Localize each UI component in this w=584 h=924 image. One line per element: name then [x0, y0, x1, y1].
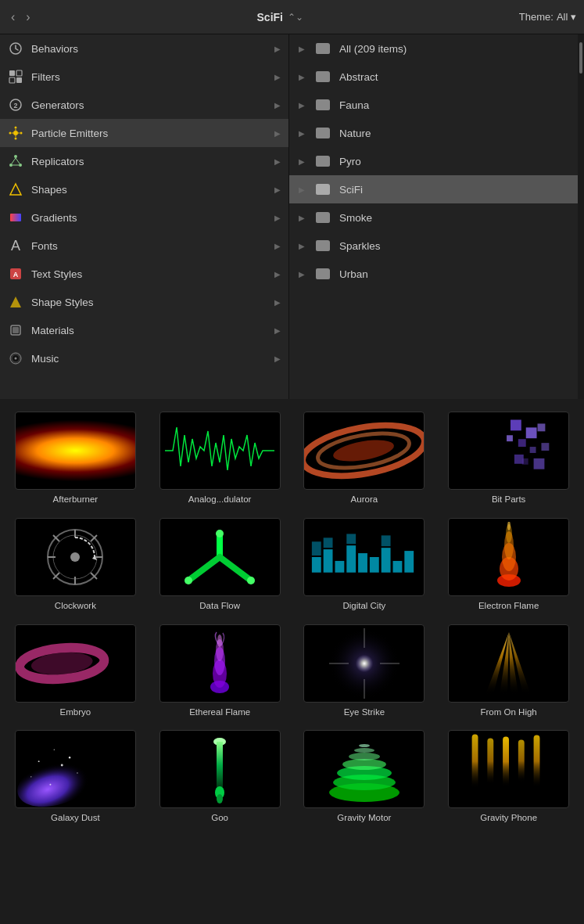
grid-item-gravity-motor[interactable]: Gravity Motor [292, 724, 437, 830]
thumb-clockwork [15, 518, 136, 596]
svg-point-98 [16, 745, 106, 809]
category-urban[interactable]: ▶ Urban [289, 260, 578, 288]
grid-item-galaxy-dust[interactable]: Galaxy Dust [3, 724, 148, 830]
behaviors-label: Behaviors [31, 43, 267, 55]
particle-emitters-label: Particle Emitters [31, 128, 267, 139]
svg-point-100 [53, 750, 55, 751]
right-split: ▶ All (209 items) ▶ Abstract ▶ Fauna ▶ N… [289, 34, 584, 399]
label-from-on-high: From On High [481, 707, 537, 718]
svg-rect-66 [347, 545, 356, 573]
category-sparkles[interactable]: ▶ Sparkles [289, 232, 578, 260]
window-title: SciFi [257, 11, 283, 23]
svg-rect-74 [347, 534, 356, 544]
svg-point-18 [19, 164, 22, 167]
grid-item-bit-parts[interactable]: Bit Parts [436, 405, 581, 512]
grid-item-from-on-high[interactable]: From On High [436, 618, 581, 724]
thumb-embryo [15, 624, 136, 703]
category-all[interactable]: ▶ All (209 items) [289, 34, 578, 63]
grid-item-eye-strike[interactable]: Eye Strike [292, 618, 437, 724]
filters-arrow: ▶ [274, 73, 281, 81]
folder-all-icon [316, 43, 330, 54]
smoke-expand-arrow: ▶ [299, 214, 305, 222]
fonts-label: Fonts [31, 240, 267, 252]
thumb-gravity-motor [303, 730, 425, 808]
category-smoke-label: Smoke [339, 212, 372, 224]
label-analog-modulator: Analog...dulator [188, 494, 252, 505]
category-pyro-label: Pyro [339, 156, 361, 167]
text-styles-label: Text Styles [31, 268, 267, 280]
grid-item-gravity-phone[interactable]: Gravity Phone [436, 724, 581, 830]
sidebar-item-generators[interactable]: 2 Generators ▶ [0, 91, 288, 119]
materials-label: Materials [31, 325, 267, 336]
svg-rect-2 [16, 70, 22, 76]
thumb-galaxy-dust [15, 730, 136, 808]
gradients-icon [8, 210, 23, 225]
thumb-analog-modulator [159, 412, 281, 490]
label-galaxy-dust: Galaxy Dust [51, 813, 100, 824]
svg-rect-71 [405, 551, 414, 573]
sidebar-item-shapes[interactable]: Shapes ▶ [0, 175, 288, 203]
label-digital-city: Digital City [342, 601, 385, 612]
svg-rect-118 [487, 739, 493, 785]
svg-rect-73 [324, 538, 333, 548]
grid-item-clockwork[interactable]: Clockwork [3, 512, 148, 618]
grid-item-electron-flame[interactable]: Electron Flame [436, 512, 581, 618]
gradients-label: Gradients [31, 212, 267, 224]
grid-item-digital-city[interactable]: Digital City [292, 512, 437, 618]
category-fauna[interactable]: ▶ Fauna [289, 91, 578, 119]
thumb-eye-strike [303, 624, 425, 703]
title-sort-icon[interactable]: ⌃⌄ [288, 12, 303, 23]
sidebar-item-replicators[interactable]: Replicators ▶ [0, 147, 288, 175]
materials-icon [8, 322, 23, 338]
sidebar-item-filters[interactable]: Filters ▶ [0, 63, 288, 91]
sidebar-item-music[interactable]: Music ▶ [0, 344, 288, 372]
sidebar-item-fonts[interactable]: A Fonts ▶ [0, 232, 288, 260]
sidebar-item-gradients[interactable]: Gradients ▶ [0, 203, 288, 232]
category-scifi[interactable]: ▶ SciFi [289, 175, 578, 203]
grid-item-analog-modulator[interactable]: Analog...dulator [148, 405, 292, 512]
category-nature[interactable]: ▶ Nature [289, 119, 578, 147]
sidebar-item-behaviors[interactable]: Behaviors ▶ [0, 34, 288, 63]
replicators-icon [8, 153, 23, 169]
right-scrollbar[interactable] [578, 34, 584, 399]
category-smoke[interactable]: ▶ Smoke [289, 203, 578, 232]
abstract-expand-arrow: ▶ [299, 73, 305, 81]
svg-rect-67 [358, 553, 367, 573]
grid-item-ethereal-flame[interactable]: Ethereal Flame [148, 618, 292, 724]
sidebar-item-materials[interactable]: Materials ▶ [0, 316, 288, 344]
svg-rect-41 [542, 443, 550, 451]
label-goo: Goo [211, 813, 228, 824]
sidebar-item-text-styles[interactable]: A Text Styles ▶ [0, 260, 288, 288]
grid-item-afterburner[interactable]: Afterburner [3, 405, 148, 512]
svg-rect-38 [538, 423, 546, 431]
svg-rect-119 [503, 737, 509, 787]
svg-point-60 [216, 530, 224, 538]
forward-button[interactable]: › [23, 9, 33, 26]
category-pyro[interactable]: ▶ Pyro [289, 147, 578, 175]
theme-dropdown[interactable]: All ▾ [557, 11, 576, 23]
svg-point-9 [15, 138, 17, 140]
label-bit-parts: Bit Parts [492, 494, 525, 505]
svg-rect-65 [335, 561, 345, 573]
svg-rect-64 [324, 549, 333, 573]
svg-line-19 [12, 158, 16, 164]
text-styles-icon: A [8, 266, 23, 282]
sidebar-item-particle-emitters[interactable]: Particle Emitters ▶ [0, 119, 288, 147]
category-abstract[interactable]: ▶ Abstract [289, 63, 578, 91]
sparkles-expand-arrow: ▶ [299, 242, 305, 250]
music-label: Music [31, 353, 267, 365]
sidebar-item-shape-styles[interactable]: Shape Styles ▶ [0, 288, 288, 316]
grid-item-embryo[interactable]: Embryo [3, 618, 148, 724]
label-gravity-motor: Gravity Motor [337, 813, 391, 824]
thumb-goo [159, 730, 281, 808]
fonts-icon: A [8, 238, 23, 253]
replicators-arrow: ▶ [274, 157, 281, 166]
bottom-grid-area[interactable]: Afterburner Analog...dulator Aurora [0, 399, 584, 924]
folder-smoke-icon [316, 212, 330, 223]
grid-item-goo[interactable]: Goo [148, 724, 292, 830]
back-button[interactable]: ‹ [8, 9, 18, 26]
thumb-data-flow [159, 518, 281, 596]
grid-item-data-flow[interactable]: Data Flow [148, 512, 292, 618]
scifi-expand-arrow: ▶ [299, 185, 305, 194]
grid-item-aurora[interactable]: Aurora [292, 405, 437, 512]
